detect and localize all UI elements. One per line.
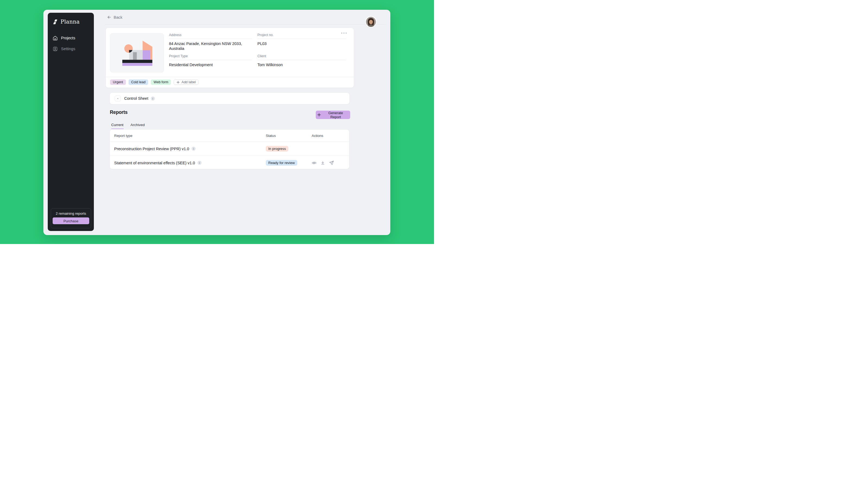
field-underline [257, 60, 346, 60]
tab-label: Current [111, 123, 123, 127]
status-badge: Ready for review [266, 160, 297, 166]
project-labels: Urgent Cold lead Web form Add label [110, 79, 198, 85]
download-icon [320, 161, 325, 165]
download-report-button[interactable] [320, 161, 325, 165]
sidebar-item-projects[interactable]: Projects [48, 34, 94, 42]
reports-table: Report type Status Actions Preconstructi… [110, 129, 349, 169]
reports-heading: Reports [110, 109, 127, 115]
eye-icon [312, 161, 316, 165]
chevron-up-icon [117, 97, 119, 100]
table-row[interactable]: Preconstruction Project Review (PPR) v1.… [110, 141, 349, 156]
field-value: PL03 [257, 41, 346, 46]
planna-logo-icon [52, 19, 59, 25]
app-name: Planna [61, 19, 80, 25]
field-underline [169, 39, 252, 39]
add-label-text: Add label [182, 80, 195, 84]
user-card-icon [53, 46, 58, 52]
active-tab-underline [111, 129, 124, 129]
info-icon[interactable]: i [151, 97, 155, 101]
field-address: Address 84 Anzac Parade, Kensington NSW … [169, 33, 252, 51]
sidebar-nav: Projects Settings [48, 34, 94, 53]
field-label: Client [257, 54, 346, 58]
ellipsis-icon [341, 31, 347, 35]
sidebar-item-label: Settings [61, 46, 75, 51]
field-label: Project no. [257, 33, 346, 37]
home-icon [53, 35, 58, 41]
field-label: Address [169, 33, 252, 37]
abstract-building-illustration [111, 34, 163, 72]
label-pill-web-form[interactable]: Web form [151, 79, 171, 85]
table-row[interactable]: Statement of environmental effects (SEE)… [110, 156, 349, 169]
tab-archived[interactable]: Archived [130, 123, 145, 129]
generate-report-label: Generate Report [323, 111, 348, 119]
logo: Planna [48, 13, 94, 25]
add-label-button[interactable]: Add label [174, 79, 198, 85]
desktop-background: Planna Projects Settings [0, 0, 434, 244]
report-name: Preconstruction Project Review (PPR) v1.… [114, 147, 189, 151]
info-icon[interactable]: i [197, 161, 202, 165]
back-label: Back [114, 15, 122, 20]
collapse-button[interactable] [115, 95, 121, 101]
arrow-left-icon [107, 15, 112, 20]
send-icon [329, 161, 334, 165]
field-underline [169, 60, 252, 60]
project-thumbnail [110, 33, 164, 72]
tab-label: Archived [130, 123, 145, 127]
reports-tabs: Current Archived [111, 123, 145, 129]
info-icon[interactable]: i [191, 147, 195, 151]
label-pill-cold-lead[interactable]: Cold lead [129, 79, 148, 85]
report-name: Statement of environmental effects (SEE)… [114, 161, 195, 165]
purchase-button[interactable]: Purchase [53, 218, 89, 224]
back-button[interactable]: Back [107, 15, 122, 20]
column-report-type: Report type [110, 134, 266, 138]
field-project-type: Project Type Residential Development [169, 54, 252, 67]
project-summary-card: Address 84 Anzac Parade, Kensington NSW … [105, 28, 354, 88]
sidebar: Planna Projects Settings [48, 13, 94, 231]
field-underline [257, 39, 346, 39]
sidebar-item-label: Projects [61, 36, 75, 40]
plus-icon [317, 113, 321, 117]
column-actions: Actions [311, 134, 349, 138]
status-badge: In progress [266, 146, 288, 152]
card-divider [106, 77, 354, 77]
user-avatar[interactable] [366, 17, 376, 27]
reports-quota-box: 2 remaining reports Purchase [51, 208, 91, 228]
control-sheet-title: Control Sheet [124, 96, 148, 101]
app-window: Planna Projects Settings [43, 10, 390, 235]
control-sheet-card: Control Sheet i [110, 93, 350, 104]
plus-icon [177, 81, 180, 84]
main-area: Back [105, 10, 386, 235]
label-pill-urgent[interactable]: Urgent [110, 79, 126, 85]
field-project-no: Project no. PL03 [257, 33, 346, 46]
field-value: Residential Development [169, 62, 252, 67]
view-report-button[interactable] [312, 161, 316, 165]
field-value: 84 Anzac Parade, Kensington NSW 2033, Au… [169, 41, 252, 51]
table-header-row: Report type Status Actions [110, 130, 349, 141]
remaining-reports-text: 2 remaining reports [51, 212, 91, 216]
field-value: Tom Wilkinson [257, 62, 346, 67]
generate-report-button[interactable]: Generate Report [316, 110, 350, 119]
send-report-button[interactable] [329, 161, 334, 165]
tab-current[interactable]: Current [111, 123, 123, 129]
row-actions [311, 161, 349, 165]
page-header: Back [105, 10, 386, 25]
field-label: Project Type [169, 54, 252, 58]
sidebar-item-settings[interactable]: Settings [48, 45, 94, 53]
column-status: Status [266, 134, 311, 138]
project-menu-button[interactable] [341, 31, 347, 35]
field-client: Client Tom Wilkinson [257, 54, 346, 67]
